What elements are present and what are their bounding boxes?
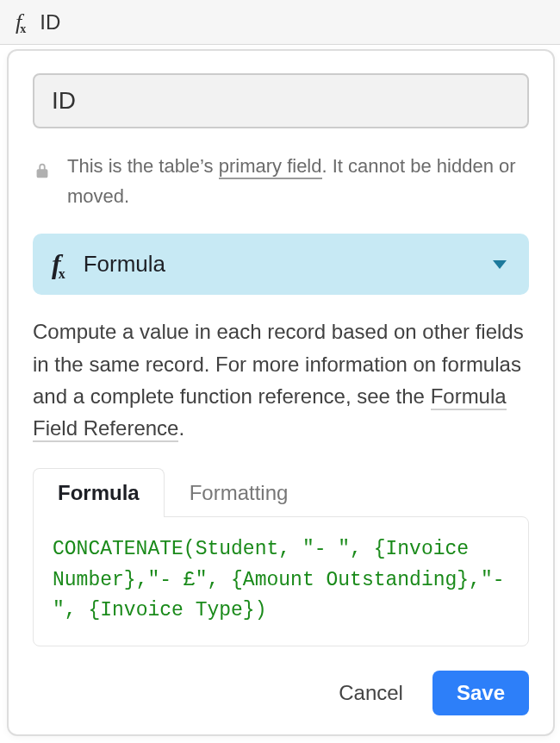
field-type-description: Compute a value in each record based on … [33,315,529,444]
field-type-label: Formula [84,251,493,278]
tab-formula[interactable]: Formula [33,468,165,517]
formula-token-str: "- " [302,538,350,560]
formula-token-str: "- £" [147,569,207,591]
formula-token-fn: CONCATENATE [53,538,184,560]
formula-token-comma: , [469,569,481,591]
formula-token-paren: ( [184,538,196,560]
panel-footer: Cancel Save [33,646,529,715]
chevron-down-icon [493,260,507,269]
formula-token-field: {Amount Outstanding} [231,569,469,591]
formula-editor[interactable]: CONCATENATE(Student, "- ", {Invoice Numb… [33,516,529,646]
column-header-title: ID [40,10,60,34]
primary-field-note-text: This is the table’s primary field. It ca… [67,151,529,211]
formula-fx-icon: fx [16,9,28,35]
formula-tabs: Formula Formatting [33,468,529,517]
column-header-bar: fx ID [0,0,560,45]
formula-token-field: Student [196,538,279,560]
formula-token-paren: ) [255,599,267,621]
field-config-panel: This is the table’s primary field. It ca… [7,49,555,736]
lock-icon [33,161,52,184]
save-button[interactable]: Save [432,671,529,715]
formula-token-comma: , [207,569,231,591]
tab-formatting[interactable]: Formatting [165,468,314,517]
formula-token-field: {Invoice Type} [88,599,254,621]
field-name-input[interactable] [33,73,529,128]
primary-field-note: This is the table’s primary field. It ca… [33,151,529,211]
formula-token-comma: , [350,538,374,560]
formula-token-comma: , [65,599,89,621]
field-type-selector[interactable]: fx Formula [33,234,529,295]
formula-code[interactable]: CONCATENATE(Student, "- ", {Invoice Numb… [53,534,509,627]
primary-field-link[interactable]: primary field [219,155,322,179]
formula-fx-icon: fx [52,248,68,280]
formula-token-comma: , [278,538,302,560]
cancel-button[interactable]: Cancel [333,674,408,712]
formula-token-comma: , [136,569,148,591]
